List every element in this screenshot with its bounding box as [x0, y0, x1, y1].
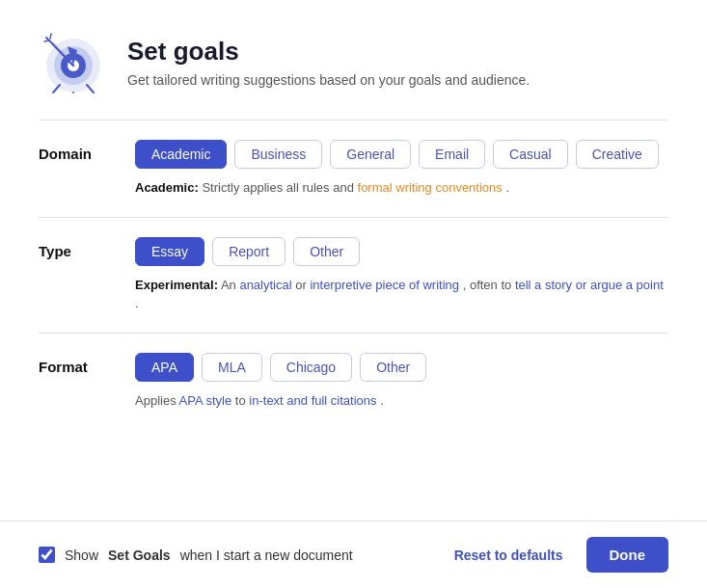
footer: Show Set Goals when I start a new docume… — [0, 521, 707, 588]
checkbox-label-show: Show — [65, 548, 98, 563]
type-btn-other[interactable]: Other — [293, 237, 360, 266]
page-subtitle: Get tailored writing suggestions based o… — [127, 72, 530, 88]
format-content: APA MLA Chicago Other Applies APA style … — [135, 353, 668, 411]
header-text: Set goals Get tailored writing suggestio… — [127, 37, 530, 88]
format-btn-apa[interactable]: APA — [135, 353, 194, 382]
reset-button[interactable]: Reset to defaults — [443, 540, 575, 571]
format-btn-group: APA MLA Chicago Other — [135, 353, 668, 382]
domain-desc-label: Academic: — [135, 180, 199, 195]
type-desc-text2: or — [295, 278, 310, 292]
domain-btn-email[interactable]: Email — [419, 140, 485, 169]
domain-btn-business[interactable]: Business — [234, 140, 322, 169]
format-desc: Applies APA style to in-text and full ci… — [135, 391, 668, 411]
format-desc-apa: APA style — [179, 393, 232, 408]
format-desc-citations: in-text and full citations — [249, 393, 376, 408]
type-desc-analytical: analytical — [239, 278, 291, 292]
type-desc: Experimental: An analytical or interpret… — [135, 276, 668, 313]
main-content: Set goals Get tailored writing suggestio… — [0, 0, 707, 521]
type-btn-essay[interactable]: Essay — [135, 237, 204, 266]
type-desc-interpretive: interpretive piece of writing — [310, 278, 459, 292]
domain-btn-casual[interactable]: Casual — [493, 140, 568, 169]
footer-right: Reset to defaults Done — [443, 537, 668, 573]
show-goals-checkbox[interactable] — [39, 547, 55, 563]
type-btn-report[interactable]: Report — [212, 237, 286, 266]
header: Set goals Get tailored writing suggestio… — [39, 27, 668, 96]
domain-btn-academic[interactable]: Academic — [135, 140, 227, 169]
type-desc-text3: , often to — [463, 278, 515, 292]
format-section: Format APA MLA Chicago Other Applies APA… — [39, 333, 668, 430]
type-content: Essay Report Other Experimental: An anal… — [135, 237, 668, 313]
domain-desc-highlight: formal writing conventions — [358, 180, 503, 195]
checkbox-label-goals: Set Goals — [108, 548, 171, 563]
domain-btn-creative[interactable]: Creative — [576, 140, 659, 169]
svg-line-7 — [44, 40, 49, 41]
format-desc-text1: Applies — [135, 393, 179, 408]
format-desc-text3: . — [380, 393, 384, 408]
set-goals-icon — [39, 27, 108, 96]
domain-desc: Academic: Strictly applies all rules and… — [135, 178, 668, 198]
format-btn-other[interactable]: Other — [360, 353, 426, 382]
page-title: Set goals — [127, 37, 530, 67]
type-section: Type Essay Report Other Experimental: An… — [39, 217, 668, 333]
domain-btn-group: Academic Business General Email Casual C… — [135, 140, 668, 169]
format-label: Format — [39, 353, 135, 375]
type-desc-text4: . — [135, 296, 139, 310]
done-button[interactable]: Done — [586, 537, 669, 573]
format-btn-chicago[interactable]: Chicago — [270, 353, 352, 382]
type-btn-group: Essay Report Other — [135, 237, 668, 266]
format-btn-mla[interactable]: MLA — [202, 353, 262, 382]
domain-content: Academic Business General Email Casual C… — [135, 140, 668, 198]
domain-section: Domain Academic Business General Email C… — [39, 120, 668, 217]
domain-btn-general[interactable]: General — [330, 140, 411, 169]
format-desc-text2: to — [235, 393, 249, 408]
domain-desc-text2: . — [505, 180, 509, 195]
footer-left: Show Set Goals when I start a new docume… — [39, 547, 353, 563]
type-label: Type — [39, 237, 135, 259]
domain-desc-text1: Strictly applies all rules and — [202, 180, 357, 195]
domain-label: Domain — [39, 140, 135, 162]
type-desc-story: tell a story or argue a point — [515, 278, 664, 292]
type-desc-text1: An — [221, 278, 240, 292]
svg-line-8 — [50, 34, 51, 39]
checkbox-label-suffix: when I start a new document — [180, 548, 353, 563]
type-desc-label: Experimental: — [135, 278, 218, 292]
